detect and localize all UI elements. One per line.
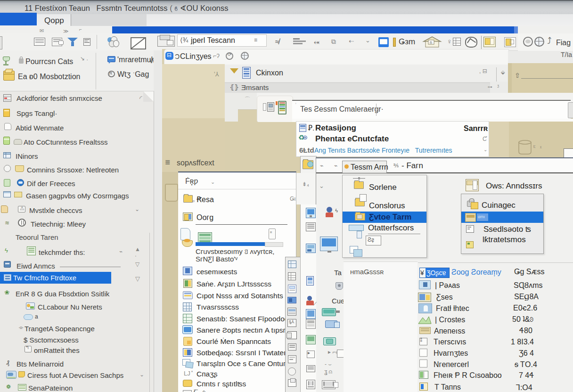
svg-text:ᵡ: ᵡ [540,145,542,150]
svg-text:n: n [430,40,432,45]
svg-text:t:: t: [533,144,536,149]
